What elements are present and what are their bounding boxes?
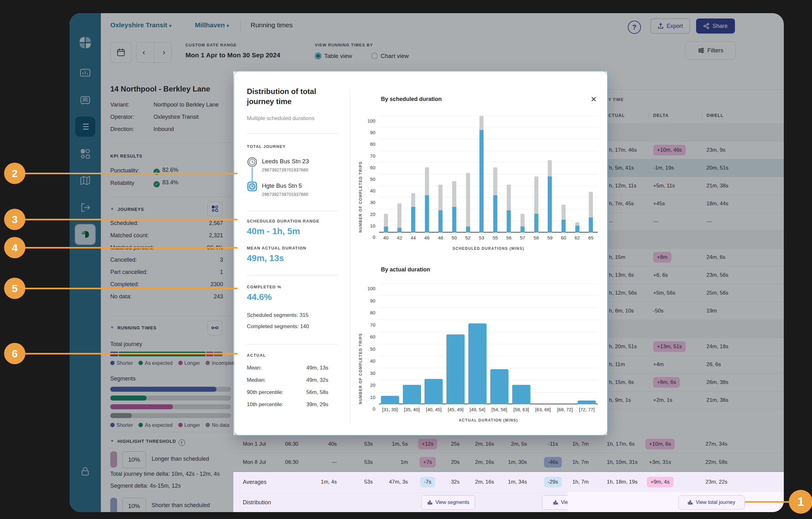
chart1-xlabel: SCHEDULED DURATIONS (MINS): [379, 246, 598, 251]
segment-delta: Segment delta: 4s-15m, 12s: [110, 483, 181, 489]
export-button[interactable]: Export: [651, 19, 690, 33]
divider: [247, 211, 338, 211]
table-cell: 25s: [451, 441, 460, 447]
x-tick-label: 50: [452, 235, 457, 240]
sidebar-item-insights[interactable]: [75, 63, 95, 83]
x-tick-label: 40: [383, 235, 388, 240]
actual-stat-value: 49m, 13s: [307, 365, 328, 371]
table-cell: h, 6m, 10s: [609, 308, 634, 314]
view-total-journey-button[interactable]: View total journey: [678, 495, 745, 510]
total-journey-legend: ShorterAs expectedLongerIncomplete: [110, 360, 236, 366]
delta-chip: -7s: [420, 477, 435, 487]
histogram-icon: [553, 500, 558, 505]
help-button[interactable]: ?: [628, 21, 641, 34]
view-segments-button[interactable]: View segments: [422, 495, 475, 510]
x-tick-label: 56: [506, 235, 512, 240]
table-cell: 26, 6s: [706, 361, 721, 367]
y-tick-label: 30: [370, 200, 375, 205]
y-tick-label: 80: [370, 310, 375, 315]
destination-clock-icon: [247, 181, 258, 193]
sidebar-item-running-times[interactable]: [75, 116, 95, 137]
day-row[interactable]: Mon 8 Jul06:30---53s1m+7s20s2m, 16s1m, 3…: [233, 453, 784, 471]
calendar-button[interactable]: [110, 42, 132, 63]
legend-item: Incomplete: [205, 360, 236, 366]
table-cell: 21m, 38s: [706, 183, 728, 189]
table-cell: 24m, 6s: [706, 254, 725, 261]
chevron-down-icon: ▾: [169, 23, 171, 28]
segment-track: [110, 404, 231, 409]
date-range-value: Mon 1 Apr to Mon 30 Sep 2024: [185, 51, 280, 59]
completed-pct-label: COMPLETED %: [247, 284, 281, 289]
table-cell: 23m, 9s: [706, 147, 725, 153]
bar-group: [510, 284, 532, 404]
table-cell: -7s: [420, 477, 435, 487]
y-tick-label: 30: [370, 371, 375, 376]
table-cell: +2m, 1s: [653, 397, 672, 403]
running-times-link-button[interactable]: [207, 320, 223, 335]
meta-label: Direction:: [110, 126, 134, 133]
breadcrumb-network[interactable]: Millhaven▾: [195, 21, 229, 29]
meta-label: Variant:: [110, 102, 129, 108]
y-tick-label: 100: [368, 118, 375, 124]
averages-row[interactable]: Averages1m, 4s53s47m, 3s-7s32s2m, 16s1m,…: [233, 471, 784, 493]
bar: [381, 396, 399, 404]
kpi-label: Reliability: [110, 180, 135, 187]
longer-threshold-input[interactable]: 10%: [122, 451, 146, 468]
sidebar-item-components[interactable]: [75, 143, 95, 164]
bar-group: [557, 116, 571, 233]
table-cell: 1h, 17m, 6s: [607, 441, 635, 447]
highlight-threshold-heading[interactable]: ▼HIGHLIGHT THRESHOLDi: [110, 439, 185, 446]
bar-group: [379, 116, 393, 233]
breadcrumb-operator[interactable]: Oxleyshire Transit▾: [110, 21, 171, 29]
sidebar-item-vehicles[interactable]: [75, 90, 95, 110]
table-cell: 06:30: [285, 441, 298, 447]
histogram-icon: [427, 500, 433, 505]
actual-heading: ACTUAL: [247, 353, 266, 358]
legend-item: As expected: [139, 360, 172, 366]
sidebar-item-brand-app[interactable]: [75, 224, 95, 244]
bar-group: [488, 116, 502, 233]
app-logo-icon: [75, 33, 95, 53]
table-cell: h, 17m, 46s: [609, 147, 637, 153]
filters-button[interactable]: Filters: [685, 42, 736, 59]
delta-chip: +13m, 51s: [653, 341, 686, 352]
share-button[interactable]: Share: [696, 19, 735, 33]
bar: [403, 385, 421, 404]
view-radio-table[interactable]: Table view: [315, 53, 352, 59]
app-window: Oxleyshire Transit▾ Millhaven▾ Running t…: [69, 13, 784, 512]
bar-completed: [480, 130, 484, 233]
table-cell: +9m, 4s: [647, 477, 673, 487]
divider: [110, 143, 231, 143]
shorter-threshold-input[interactable]: 10%: [122, 498, 146, 512]
journeys-stat-value: 3: [173, 257, 223, 263]
bar-group: [444, 284, 466, 404]
y-tick-label: 20: [370, 382, 375, 388]
total-journey-heading: TOTAL JOURNEY: [247, 144, 286, 149]
table-cell: 2m, 5s: [511, 441, 527, 447]
segment-track: [110, 387, 231, 392]
table-cell: +6, 6s: [653, 272, 668, 278]
y-tick-label: 10: [370, 394, 375, 400]
prev-date-button[interactable]: ‹: [137, 48, 151, 57]
legend-dot: [205, 423, 210, 427]
bar-group: [516, 116, 529, 233]
next-date-button[interactable]: ›: [157, 48, 171, 57]
legend-dot: [110, 423, 115, 427]
table-cell: 1h, 7m: [572, 479, 589, 485]
bar-group: [529, 116, 543, 233]
x-tick-label: [40, 45]: [426, 407, 441, 412]
day-row[interactable]: Mon 1 Jul06:3040s53s1m, 5s+12s25s2m, 16s…: [233, 435, 784, 453]
table-cell: +3m, 31s: [649, 459, 671, 465]
sidebar-item-signout[interactable]: [75, 197, 95, 218]
bar-completed: [507, 210, 511, 233]
actual-stat-value: 56m, 58s: [307, 389, 328, 395]
y-tick-label: 90: [370, 298, 375, 303]
close-icon[interactable]: ✕: [588, 94, 599, 105]
journeys-matrix-button[interactable]: [207, 201, 223, 216]
running-times-heading[interactable]: ▼RUNNING TIMES: [110, 325, 157, 330]
journeys-heading[interactable]: ▼JOURNEYS: [110, 207, 144, 212]
table-cell: h, 20m, 51s: [609, 344, 637, 350]
segment-track: [110, 395, 231, 401]
view-radio-chart[interactable]: Chart view: [371, 53, 409, 59]
journeys-stat-label: Scheduled:: [110, 220, 139, 226]
